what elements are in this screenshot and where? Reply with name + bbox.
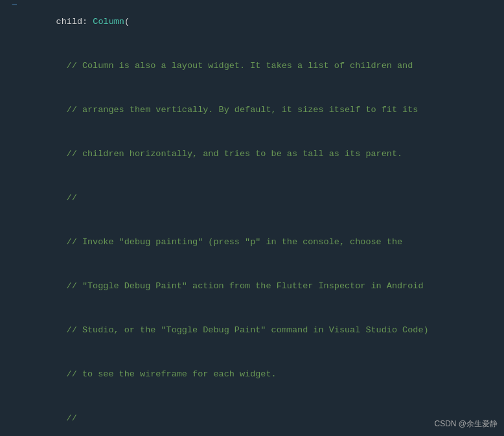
code-line: // Studio, or the "Toggle Debug Paint" c… — [0, 308, 504, 352]
line-content: // Invoke "debug painting" (press "p" in… — [19, 221, 504, 264]
watermark: CSDN @余生爱静 — [434, 419, 498, 430]
line-content: // "Toggle Debug Paint" action from the … — [19, 265, 504, 308]
line-content: // — [19, 177, 504, 220]
code-editor: ─ child: Column( // Column is also a lay… — [0, 0, 504, 436]
line-content: // to see the wireframe for each widget. — [19, 353, 504, 396]
code-line: // — [0, 396, 504, 436]
code-line: // arranges them vertically. By default,… — [0, 88, 504, 132]
line-content: // children horizontally, and tries to b… — [19, 133, 504, 176]
code-line: // — [0, 176, 504, 220]
line-content: // — [19, 397, 504, 436]
line-content: // arranges them vertically. By default,… — [19, 89, 504, 132]
line-content: child: Column( — [19, 1, 504, 43]
code-line: // Invoke "debug painting" (press "p" in… — [0, 220, 504, 264]
code-line: // Column is also a layout widget. It ta… — [0, 44, 504, 88]
line-content: // Column is also a layout widget. It ta… — [19, 45, 504, 87]
code-line: // "Toggle Debug Paint" action from the … — [0, 264, 504, 308]
gutter-arrow: ─ — [0, 1, 19, 10]
code-line: // children horizontally, and tries to b… — [0, 132, 504, 176]
watermark-text: CSDN @余生爱静 — [434, 419, 498, 428]
code-line: // to see the wireframe for each widget. — [0, 352, 504, 396]
line-content: // Studio, or the "Toggle Debug Paint" c… — [19, 309, 504, 352]
code-line: ─ child: Column( — [0, 0, 504, 44]
